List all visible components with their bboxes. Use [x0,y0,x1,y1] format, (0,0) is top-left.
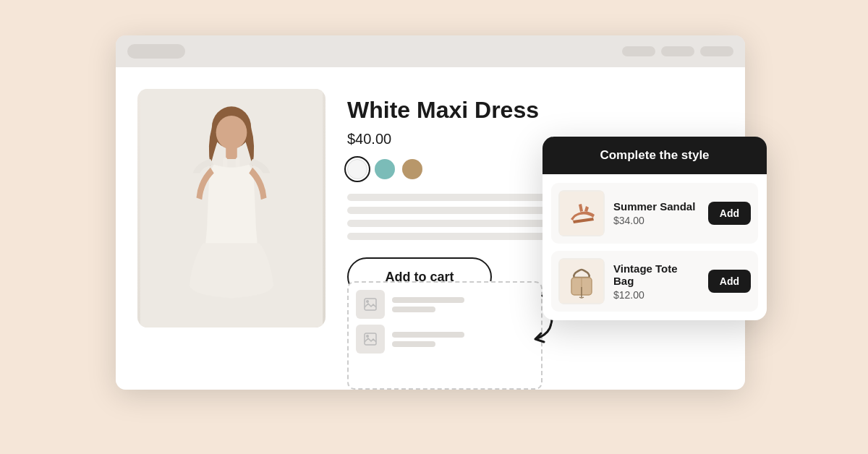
svg-point-7 [366,300,369,303]
nav-pill-1 [622,46,655,56]
nav-pills [622,46,733,56]
popup-add-tote-button[interactable]: Add [708,270,751,293]
address-bar[interactable] [127,44,185,59]
product-image-container [137,89,326,327]
popup-item-name-sandal: Summer Sandal [613,200,699,213]
bottom-line-1a [392,297,464,303]
nav-pill-3 [700,46,733,56]
popup-item-image-tote [558,258,605,304]
product-image [137,89,326,327]
popup-item-info-sandal: Summer Sandal $34.00 [613,200,699,226]
popup-item-tote: Vintage Tote Bag $12.00 Add [551,251,758,312]
popup-item-image-sandal [558,190,605,236]
bottom-lines-1 [392,297,464,312]
color-swatch-white[interactable] [347,159,367,179]
popup-header: Complete the style [542,137,767,174]
bottom-line-2b [392,341,435,347]
bottom-line-2a [392,332,464,338]
popup-header-text: Complete the style [600,148,709,162]
nav-pill-2 [661,46,694,56]
popup-add-sandal-button[interactable]: Add [708,202,751,225]
svg-rect-6 [365,299,376,310]
popup-item-sandal: Summer Sandal $34.00 Add [551,183,758,244]
color-swatch-teal[interactable] [375,159,395,179]
bottom-thumb-1 [356,290,385,319]
browser-toolbar [116,35,745,67]
style-popup: Complete the style Summer Sandal [542,137,767,320]
popup-item-info-tote: Vintage Tote Bag $12.00 [613,262,699,301]
bottom-line-1b [392,307,435,312]
svg-rect-8 [365,333,376,345]
bottom-thumb-2 [356,325,385,354]
popup-items: Summer Sandal $34.00 Add [542,174,767,320]
product-title: White Maxi Dress [347,96,723,124]
popup-item-price-sandal: $34.00 [613,215,699,226]
popup-item-price-tote: $12.00 [613,289,699,301]
svg-point-9 [366,335,369,338]
color-swatch-tan[interactable] [402,159,422,179]
scene: White Maxi Dress $40.00 Add to cart [101,35,767,419]
svg-point-3 [216,116,247,150]
popup-item-name-tote: Vintage Tote Bag [613,262,699,287]
bottom-lines-2 [392,332,464,347]
